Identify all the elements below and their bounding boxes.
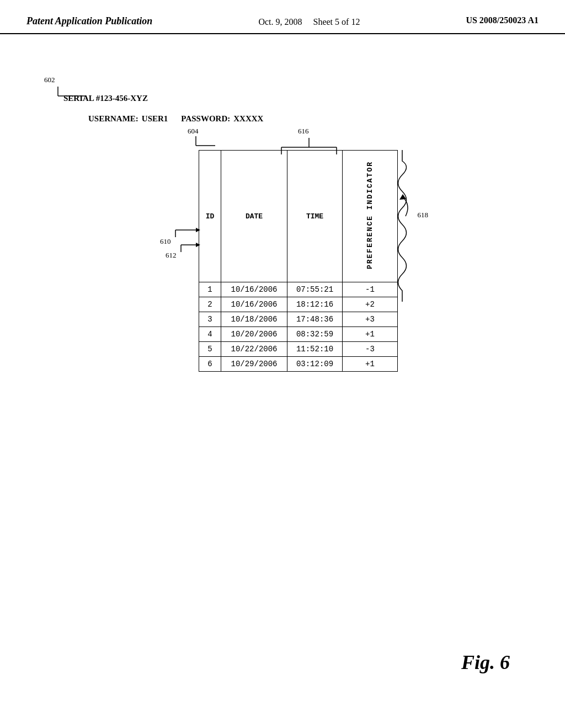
table-area: 616 618 ID DATE TIME PREFERENCE INDICATO…	[199, 150, 398, 374]
sheet-info: Sheet 5 of 12	[313, 17, 360, 26]
cell-id: 5	[199, 342, 221, 357]
table-row: 2 10/16/2006 18:12:16 +2	[199, 297, 398, 312]
cell-id: 6	[199, 357, 221, 372]
data-table: ID DATE TIME PREFERENCE INDICATOR 1 10/1…	[199, 150, 398, 372]
col-pref-header: PREFERENCE INDICATOR	[343, 151, 398, 282]
cell-date: 10/22/2006	[221, 342, 287, 357]
ref-610: 610	[160, 237, 171, 246]
serial-text: SERIAL #123-456-XYZ	[63, 94, 148, 103]
patent-number: US 2008/250023 A1	[466, 15, 539, 25]
cell-time: 17:48:36	[287, 312, 343, 327]
cell-pref: -1	[343, 282, 398, 297]
cell-pref: +3	[343, 312, 398, 327]
password-label: PASSWORD:	[181, 114, 230, 124]
cell-date: 10/16/2006	[221, 282, 287, 297]
credentials-line: USERNAME: USER1 PASSWORD: XXXXX	[88, 114, 263, 124]
password-value: XXXXX	[233, 114, 263, 124]
cell-date: 10/18/2006	[221, 312, 287, 327]
cell-time: 08:32:59	[287, 327, 343, 342]
ref-612: 612	[166, 251, 177, 260]
publication-title: Patent Application Publication	[26, 15, 152, 27]
table-row: 4 10/20/2006 08:32:59 +1	[199, 327, 398, 342]
cell-date: 10/16/2006	[221, 297, 287, 312]
table-wrapper: 616 618 ID DATE TIME PREFERENCE INDICATO…	[199, 150, 398, 372]
figure-label: Fig. 6	[461, 651, 510, 674]
ref-604: 604	[188, 127, 199, 136]
col-date-header: DATE	[221, 151, 287, 282]
ref-602: 602	[44, 76, 55, 84]
table-row: 5 10/22/2006 11:52:10 -3	[199, 342, 398, 357]
cell-date: 10/20/2006	[221, 327, 287, 342]
cell-date: 10/29/2006	[221, 357, 287, 372]
cell-pref: +1	[343, 327, 398, 342]
col-time-header: TIME	[287, 151, 343, 282]
annotation-lines	[0, 34, 565, 718]
cell-time: 11:52:10	[287, 342, 343, 357]
table-row: 6 10/29/2006 03:12:09 +1	[199, 357, 398, 372]
cell-time: 03:12:09	[287, 357, 343, 372]
ref-616: 616	[298, 127, 309, 136]
table-header-row: ID DATE TIME PREFERENCE INDICATOR	[199, 151, 398, 282]
main-content: 602 SERIAL #123-456-XYZ USERNAME: USER1 …	[0, 34, 565, 718]
cell-id: 2	[199, 297, 221, 312]
cell-id: 1	[199, 282, 221, 297]
wavy-right-border	[397, 150, 419, 304]
cell-pref: +1	[343, 357, 398, 372]
preference-indicator-label: PREFERENCE INDICATOR	[363, 153, 377, 277]
username-label: USERNAME:	[88, 114, 138, 124]
cell-id: 3	[199, 312, 221, 327]
cell-pref: -3	[343, 342, 398, 357]
cell-id: 4	[199, 327, 221, 342]
table-row: 1 10/16/2006 07:55:21 -1	[199, 282, 398, 297]
cell-time: 18:12:16	[287, 297, 343, 312]
col-id-header: ID	[199, 151, 221, 282]
cell-pref: +2	[343, 297, 398, 312]
cell-time: 07:55:21	[287, 282, 343, 297]
ref-618: 618	[418, 211, 429, 220]
header-center: Oct. 9, 2008 Sheet 5 of 12	[258, 15, 360, 29]
table-body: 1 10/16/2006 07:55:21 -1 2 10/16/2006 18…	[199, 282, 398, 372]
page-header: Patent Application Publication Oct. 9, 2…	[0, 0, 565, 34]
publication-date: Oct. 9, 2008	[258, 17, 302, 26]
table-row: 3 10/18/2006 17:48:36 +3	[199, 312, 398, 327]
username-value: USER1	[142, 114, 168, 124]
